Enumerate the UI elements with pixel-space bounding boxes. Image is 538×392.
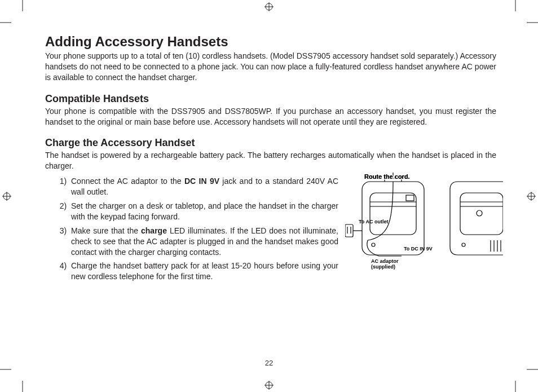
step-1-bold: DC IN 9V xyxy=(184,177,219,186)
step-1-text-a: Connect the AC adaptor to the xyxy=(71,177,184,186)
label-to-ac-outlet: To AC outlet xyxy=(359,219,389,224)
heading-charge: Charge the Accessory Handset xyxy=(45,137,496,149)
page-number: 22 xyxy=(0,359,538,367)
svg-rect-21 xyxy=(370,193,416,235)
charger-diagram: Route the cord. Route the cord. To AC ou… xyxy=(345,173,503,276)
svg-rect-34 xyxy=(406,195,414,201)
step-3-text-a: Make sure that the xyxy=(71,226,141,235)
svg-point-24 xyxy=(372,243,375,246)
registration-mark-icon xyxy=(264,2,274,11)
step-1: Connect the AC adaptor to the DC IN 9V j… xyxy=(71,176,338,197)
steps-column: Connect the AC adaptor to the DC IN 9V j… xyxy=(45,175,338,285)
paragraph-intro: Your phone supports up to a total of ten… xyxy=(45,51,496,83)
svg-rect-25 xyxy=(460,193,503,235)
page-content: Adding Accessory Handsets Your phone sup… xyxy=(45,34,496,285)
steps-list: Connect the AC adaptor to the DC IN 9V j… xyxy=(45,176,338,282)
label-to-dc-in-9v: To DC IN 9V xyxy=(404,246,433,252)
paragraph-charge-intro: The handset is powered by a rechargeable… xyxy=(45,150,496,171)
step-4: Charge the handset battery pack for at l… xyxy=(71,261,338,282)
heading-main: Adding Accessory Handsets xyxy=(45,34,496,50)
heading-compatible: Compatible Handsets xyxy=(45,93,496,105)
paragraph-compatible: Your phone is compatible with the DSS790… xyxy=(45,106,496,127)
step-3-bold: charge xyxy=(141,226,167,235)
step-3: Make sure that the charge LED illuminate… xyxy=(71,226,338,258)
registration-mark-icon xyxy=(264,381,274,390)
step-2: Set the charger on a desk or tabletop, a… xyxy=(71,201,338,222)
svg-text:Route the cord.: Route the cord. xyxy=(364,173,410,180)
registration-mark-icon xyxy=(527,192,536,201)
registration-mark-icon xyxy=(2,192,11,201)
label-ac-adaptor-supplied: (supplied) xyxy=(371,264,395,270)
svg-rect-35 xyxy=(345,224,353,237)
label-ac-adaptor: AC adaptor xyxy=(371,258,399,264)
svg-point-28 xyxy=(462,243,465,246)
svg-point-29 xyxy=(477,210,482,216)
